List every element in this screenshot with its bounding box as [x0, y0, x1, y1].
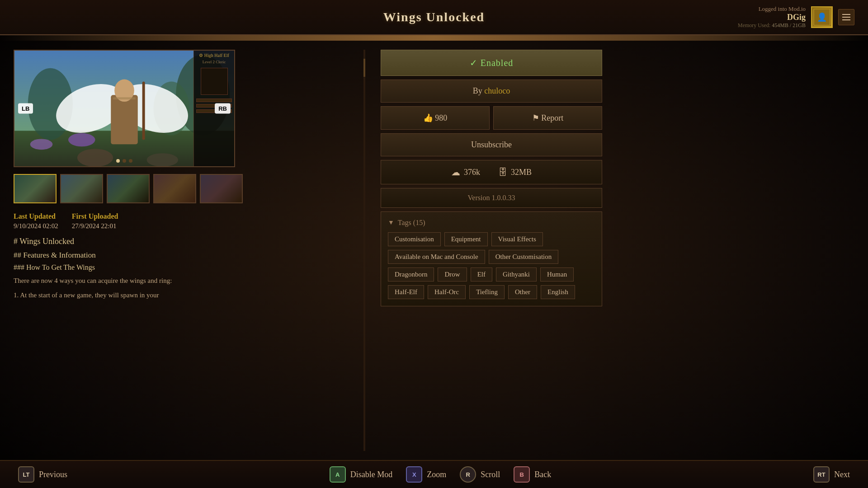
previous-button[interactable]: LT Previous	[18, 466, 67, 483]
tag-drow[interactable]: Drow	[438, 267, 467, 282]
tag-elf[interactable]: Elf	[471, 267, 492, 282]
lt-button: LT	[18, 466, 34, 483]
svg-rect-14	[142, 81, 145, 140]
download-icon: ☁	[451, 167, 460, 178]
svg-point-17	[147, 153, 178, 167]
a-button: A	[330, 466, 346, 483]
last-updated-block: Last Updated 9/10/2024 02:02	[14, 212, 58, 230]
tag-other[interactable]: Other	[508, 285, 537, 299]
rb-badge[interactable]: RB	[215, 103, 231, 114]
author-name: chuloco	[484, 86, 510, 95]
svg-text:👤: 👤	[817, 12, 827, 22]
tag-human[interactable]: Human	[540, 267, 574, 282]
page-title: Wings Unlocked	[383, 10, 485, 24]
tag-other-customisation[interactable]: Other Customisation	[489, 250, 559, 264]
first-uploaded-block: First Uploaded 27/9/2024 22:01	[72, 212, 118, 230]
last-updated-label: Last Updated	[14, 212, 58, 221]
thumbnail-3[interactable]	[107, 174, 150, 203]
stats-row: ☁ 376k 🗄 32MB	[381, 160, 602, 184]
last-updated-value: 9/10/2024 02:02	[14, 222, 58, 230]
back-button[interactable]: B Back	[514, 466, 551, 483]
tag-english[interactable]: English	[541, 285, 575, 299]
storage-icon: 🗄	[498, 167, 507, 178]
scrollbar-thumb[interactable]	[363, 59, 365, 77]
chevron-down-icon: ▼	[388, 219, 394, 226]
tag-mac-console[interactable]: Available on Mac and Console	[388, 250, 485, 264]
description-content: # Wings Unlocked ## Features & Informati…	[14, 237, 348, 304]
r-button: R	[460, 466, 476, 483]
left-panel: ⚙ High Half Elf Level 2 Cleric LB	[14, 50, 348, 451]
likes-button[interactable]: 👍 980	[381, 106, 490, 130]
description-section: # Wings Unlocked ## Features & Informati…	[14, 237, 348, 304]
version-label: Version 1.0.0.33	[468, 194, 515, 202]
scroll-button[interactable]: R Scroll	[460, 466, 500, 483]
x-button: X	[406, 466, 422, 483]
disable-mod-button[interactable]: A Disable Mod	[330, 466, 393, 483]
thumbnail-4[interactable]	[153, 174, 196, 203]
back-label: Back	[534, 470, 551, 479]
zoom-button[interactable]: X Zoom	[406, 466, 446, 483]
tag-visual-effects[interactable]: Visual Effects	[491, 232, 543, 246]
tag-githyanki[interactable]: Githyanki	[496, 267, 537, 282]
b-button: B	[514, 466, 530, 483]
tag-half-orc[interactable]: Half-Orc	[428, 285, 466, 299]
svg-point-8	[68, 133, 95, 147]
tag-half-elf[interactable]: Half-Elf	[388, 285, 424, 299]
author-section: By chuloco	[381, 80, 602, 103]
tag-dragonborn[interactable]: Dragonborn	[388, 267, 434, 282]
scroll-label: Scroll	[481, 470, 500, 479]
svg-rect-15	[113, 97, 136, 99]
metadata-section: Last Updated 9/10/2024 02:02 First Uploa…	[14, 212, 348, 230]
main-content: ⚙ High Half Elf Level 2 Cleric LB	[0, 41, 868, 460]
header-ornament	[0, 35, 868, 41]
tag-equipment[interactable]: Equipment	[444, 232, 488, 246]
login-text: Logged into Mod.io	[738, 5, 806, 13]
tags-grid: Customisation Equipment Visual Effects A…	[388, 232, 595, 299]
downloads-value: 376k	[464, 168, 480, 177]
image-placeholder: ⚙ High Half Elf Level 2 Cleric	[14, 51, 234, 166]
desc-heading-2: ## Features & Information	[14, 251, 344, 260]
right-panel: ✓ Enabled By chuloco 👍 980 ⚑ Report Unsu…	[381, 50, 602, 451]
enabled-button[interactable]: ✓ Enabled	[381, 50, 602, 76]
footer-center: A Disable Mod X Zoom R Scroll B B	[330, 466, 551, 483]
header-right: Logged into Mod.io DGig Memory Used: 454…	[738, 5, 854, 29]
disable-mod-label: Disable Mod	[350, 470, 393, 479]
thumbnail-1[interactable]	[14, 174, 57, 203]
version-section: Version 1.0.0.33	[381, 188, 602, 208]
svg-rect-12	[111, 95, 138, 144]
login-info: Logged into Mod.io DGig Memory Used: 454…	[738, 5, 806, 29]
header: Wings Unlocked Logged into Mod.io DGig M…	[0, 0, 868, 35]
zoom-label: Zoom	[427, 470, 446, 479]
size-stat: 🗄 32MB	[498, 167, 532, 178]
size-value: 32MB	[511, 168, 532, 177]
username: DGig	[738, 13, 806, 22]
svg-point-9	[30, 139, 53, 150]
thumbnails-row	[14, 174, 348, 203]
main-image: ⚙ High Half Elf Level 2 Cleric LB	[14, 50, 235, 167]
lb-badge[interactable]: LB	[18, 103, 33, 114]
memory-info: Memory Used: 454MB / 21GB	[738, 22, 806, 29]
menu-button[interactable]	[838, 9, 854, 25]
rt-button: RT	[813, 466, 830, 483]
progress-dots	[116, 159, 132, 163]
first-uploaded-label: First Uploaded	[72, 212, 118, 221]
tag-tiefling[interactable]: Tiefling	[469, 285, 505, 299]
desc-heading-3: ### How To Get The Wings	[14, 263, 344, 272]
tag-customisation[interactable]: Customisation	[388, 232, 441, 246]
next-label: Next	[834, 470, 850, 479]
desc-heading-1: # Wings Unlocked	[14, 237, 344, 246]
next-button[interactable]: RT Next	[813, 466, 850, 483]
avatar: 👤	[811, 6, 833, 28]
downloads-stat: ☁ 376k	[451, 167, 480, 178]
thumbnail-5[interactable]	[200, 174, 243, 203]
unsubscribe-button[interactable]: Unsubscribe	[381, 133, 602, 156]
footer: LT Previous A Disable Mod X Zoom R	[0, 460, 868, 488]
previous-label: Previous	[39, 470, 67, 479]
report-button[interactable]: ⚑ Report	[493, 106, 602, 130]
first-uploaded-value: 27/9/2024 22:01	[72, 222, 118, 230]
likes-report-row: 👍 980 ⚑ Report	[381, 106, 602, 130]
tags-header: ▼ Tags (15)	[388, 219, 595, 227]
svg-point-16	[77, 149, 113, 167]
thumbnail-2[interactable]	[60, 174, 103, 203]
desc-para-2: 1. At the start of a new game, they will…	[14, 290, 344, 300]
